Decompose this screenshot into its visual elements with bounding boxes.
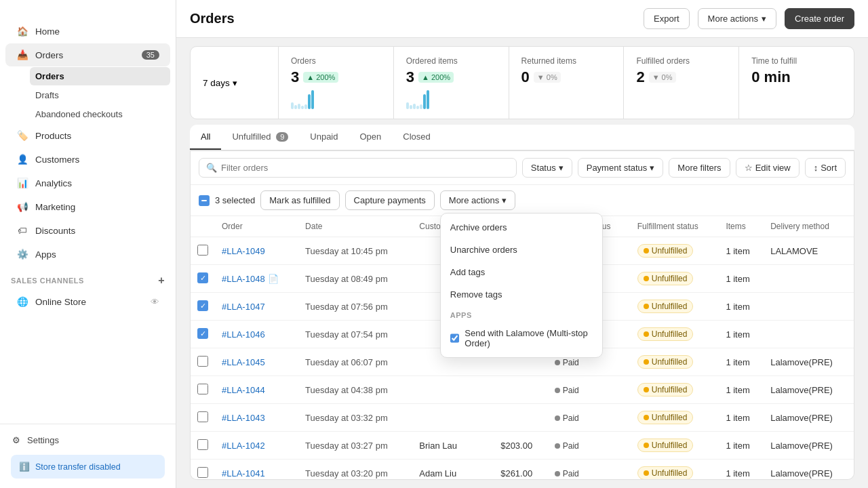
add-channel-icon[interactable]: + <box>158 274 165 287</box>
select-all-checkbox[interactable] <box>199 195 210 206</box>
analytics-icon: 📊 <box>16 177 28 189</box>
tab-closed[interactable]: Closed <box>392 125 441 150</box>
dropdown-item-add-tags[interactable]: Add tags <box>441 261 602 283</box>
orders-mini-chart <box>291 89 381 109</box>
tab-all[interactable]: All <box>190 125 221 150</box>
search-box[interactable]: 🔍 <box>199 158 517 178</box>
sales-channels-label: SALES CHANNELS + <box>0 266 176 289</box>
stat-orders: Orders 3 ▲ 200% <box>279 47 394 119</box>
row-order-id[interactable]: #LLA-1049 <box>215 237 298 265</box>
sidebar-item-discounts[interactable]: 🏷 Discounts <box>5 219 170 242</box>
sidebar-item-apps[interactable]: ⚙️ Apps <box>5 243 170 266</box>
row-items: 1 item <box>719 404 764 432</box>
export-button[interactable]: Export <box>644 8 690 29</box>
payment-status-filter-button[interactable]: Payment status ▾ <box>578 158 664 178</box>
row-order-id[interactable]: #LLA-1047 <box>215 293 298 321</box>
stat-returned-items-value: 0 ▼ 0% <box>521 68 612 86</box>
row-order-id[interactable]: #LLA-1042 <box>215 432 298 460</box>
dropdown-item-remove-tags[interactable]: Remove tags <box>441 283 602 306</box>
payment-dot <box>555 471 560 476</box>
sort-label: Sort <box>821 163 837 173</box>
ordered-items-mini-chart <box>406 89 496 109</box>
selection-more-actions-button[interactable]: More actions ▾ <box>440 190 515 210</box>
store-transfer-label: Store transfer disabled <box>35 462 121 472</box>
row-customer: Brian Lau <box>412 432 494 460</box>
sidebar-customers-label: Customers <box>35 155 79 165</box>
row-order-id[interactable]: #LLA-1048 📄 <box>215 265 298 293</box>
stat-time-to-fulfill-value: 0 min <box>751 68 842 86</box>
row-checkbox[interactable] <box>197 411 208 422</box>
star-icon: ☆ <box>745 163 753 173</box>
row-checkbox[interactable] <box>197 328 208 339</box>
sort-button[interactable]: ↕ Sort <box>805 158 846 178</box>
row-checkbox-cell <box>191 432 215 460</box>
row-fulfillment-status: Unfulfilled <box>631 237 719 265</box>
search-icon: 🔍 <box>206 163 217 173</box>
fulfillment-dot <box>644 248 649 253</box>
info-icon: ℹ️ <box>19 462 30 472</box>
sidebar-item-marketing[interactable]: 📢 Marketing <box>5 195 170 218</box>
dropdown-item-unarchive[interactable]: Unarchive orders <box>441 239 602 261</box>
stat-fulfilled-orders-label: Fulfilled orders <box>636 56 726 66</box>
main-header: Orders Export More actions ▾ Create orde… <box>176 0 868 38</box>
sidebar-item-customers[interactable]: 👤 Customers <box>5 148 170 171</box>
chevron-down-icon: ▾ <box>762 14 766 24</box>
sidebar-sub-item-orders[interactable]: Orders <box>30 67 170 85</box>
tab-open[interactable]: Open <box>349 125 392 150</box>
stat-period-selector[interactable]: 7 days ▾ <box>191 47 279 119</box>
row-items: 1 item <box>719 265 764 293</box>
more-actions-button[interactable]: More actions ▾ <box>698 8 776 29</box>
table-row: #LLA-1042Tuesday at 03:27 pmBrian Lau$20… <box>191 432 854 460</box>
row-order-id[interactable]: #LLA-1044 <box>215 376 298 404</box>
row-fulfillment-status: Unfulfilled <box>631 460 719 480</box>
row-checkbox[interactable] <box>197 384 208 394</box>
status-filter-button[interactable]: Status ▾ <box>522 158 572 178</box>
dropdown-item-lalamove[interactable]: Send with Lalamove (Multi-stop Order) <box>441 322 602 354</box>
tab-unpaid[interactable]: Unpaid <box>299 125 349 150</box>
row-fulfillment-status: Unfulfilled <box>631 348 719 376</box>
row-checkbox[interactable] <box>197 272 208 283</box>
sidebar: 🏠 Home 📥 Orders 35 Orders Drafts Abandon… <box>0 0 176 488</box>
store-transfer-banner: ℹ️ Store transfer disabled <box>11 455 165 479</box>
row-order-id[interactable]: #LLA-1045 <box>215 348 298 376</box>
lalamove-checkbox[interactable] <box>450 333 460 344</box>
sidebar-sub-item-abandoned[interactable]: Abandoned checkouts <box>30 105 170 123</box>
stat-returned-items-badge: ▼ 0% <box>534 72 561 83</box>
row-customer <box>412 376 494 404</box>
more-actions-dropdown: Archive orders Unarchive orders Add tags… <box>440 213 603 358</box>
sidebar-sub-item-drafts[interactable]: Drafts <box>30 86 170 104</box>
mark-fulfilled-button[interactable]: Mark as fulfilled <box>260 190 339 210</box>
row-payment-status: Paid <box>548 460 631 480</box>
fulfillment-dot <box>644 415 649 420</box>
col-items: Items <box>719 216 764 237</box>
dropdown-item-archive[interactable]: Archive orders <box>441 216 602 239</box>
row-checkbox[interactable] <box>197 356 208 367</box>
search-input[interactable] <box>221 163 509 173</box>
period-chevron-icon: ▾ <box>233 78 237 88</box>
row-checkbox[interactable] <box>197 439 208 450</box>
page-title: Orders <box>190 11 635 26</box>
more-filters-button[interactable]: More filters <box>669 158 730 178</box>
sidebar-item-online-store[interactable]: 🌐 Online Store 👁 <box>5 290 170 313</box>
sidebar-item-home[interactable]: 🏠 Home <box>5 20 170 43</box>
row-order-id[interactable]: #LLA-1046 <box>215 321 298 348</box>
sidebar-item-products[interactable]: 🏷️ Products <box>5 124 170 147</box>
more-actions-chevron-icon: ▾ <box>502 195 507 205</box>
create-order-button[interactable]: Create order <box>785 8 854 29</box>
row-checkbox[interactable] <box>197 467 208 478</box>
edit-view-button[interactable]: ☆ Edit view <box>736 158 800 178</box>
sort-icon: ↕ <box>814 163 818 173</box>
row-checkbox[interactable] <box>197 300 208 311</box>
status-label: Status <box>531 163 556 173</box>
row-order-id[interactable]: #LLA-1041 <box>215 460 298 480</box>
row-delivery: Lalamove(PRE) <box>764 348 854 376</box>
tabs-row: All Unfulfilled 9 Unpaid Open Closed <box>190 125 854 150</box>
tab-unfulfilled[interactable]: Unfulfilled 9 <box>221 125 299 150</box>
table-row: #LLA-1044Tuesday at 04:38 pm Paid Unfulf… <box>191 376 854 404</box>
sidebar-item-orders[interactable]: 📥 Orders 35 <box>5 43 170 66</box>
row-order-id[interactable]: #LLA-1043 <box>215 404 298 432</box>
capture-payments-button[interactable]: Capture payments <box>345 190 435 210</box>
sidebar-item-settings[interactable]: ⚙ Settings <box>5 430 170 451</box>
row-checkbox[interactable] <box>197 245 208 256</box>
sidebar-item-analytics[interactable]: 📊 Analytics <box>5 171 170 195</box>
